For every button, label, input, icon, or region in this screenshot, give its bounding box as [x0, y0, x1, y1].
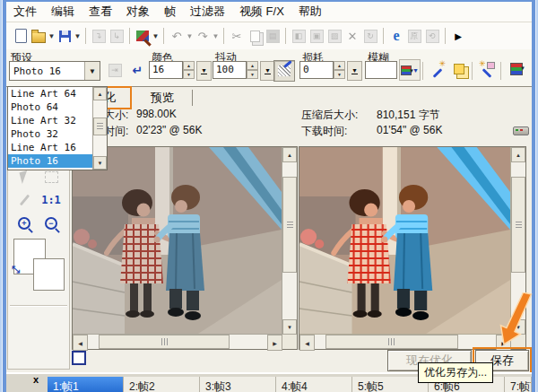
preset-value: Photo 16	[10, 65, 84, 77]
loss-field[interactable]: 0 ▲▼ ▼	[299, 61, 362, 79]
menu-video-fx[interactable]: 视频 F/X	[232, 2, 291, 22]
preview-toggle-icon[interactable]	[72, 351, 86, 365]
preset-list-scrollbar[interactable]: ▲ ▼	[92, 87, 107, 170]
colors-dropdown-icon[interactable]: ▼	[196, 61, 212, 81]
frames-close-button[interactable]: x	[30, 373, 42, 386]
scroll-thumb[interactable]	[511, 177, 525, 273]
optimized-horizontal-scrollbar[interactable]: ◀ ▶	[299, 335, 511, 349]
scroll-thumb[interactable]	[325, 335, 457, 349]
original-preview-image	[73, 147, 282, 335]
tab-preview[interactable]: 预览	[138, 89, 187, 107]
dither-pattern-icon[interactable]	[273, 60, 295, 82]
frame-item-1[interactable]: 1:帧1	[48, 377, 124, 392]
window-border-right	[532, 0, 538, 392]
menu-bar: 文件 编辑 查看 对象 帧 过滤器 视频 F/X 帮助	[6, 2, 532, 22]
preset-combo-arrow-icon[interactable]: ▼	[84, 62, 100, 80]
open-dropdown-icon[interactable]: ▼	[48, 27, 56, 45]
loss-dropdown-icon[interactable]: ▼	[347, 61, 362, 81]
blur-input[interactable]	[365, 61, 397, 79]
copy-icon	[246, 27, 264, 45]
menu-frame[interactable]: 帧	[157, 2, 183, 22]
export-wizard-dropdown-icon[interactable]: ▼	[152, 27, 160, 45]
colors-spin-up-icon[interactable]: ▲	[183, 61, 195, 70]
colors-spinner[interactable]: ▲▼	[183, 61, 195, 79]
preset-option-selected[interactable]: Photo 16	[8, 154, 92, 168]
optimized-time-label: 下载时间:	[301, 124, 347, 139]
scroll-thumb[interactable]	[93, 118, 107, 135]
menu-filters[interactable]: 过滤器	[183, 2, 232, 22]
dither-spinner[interactable]: ▲▼	[247, 61, 258, 79]
background-swatch[interactable]	[33, 258, 65, 291]
dither-value[interactable]: 100	[213, 61, 247, 79]
export-wizard-icon[interactable]	[134, 27, 152, 45]
menu-object[interactable]: 对象	[119, 2, 157, 22]
apply-color-icon[interactable]: ▼	[399, 59, 421, 81]
preset-option[interactable]: Line Art 32	[8, 114, 92, 127]
optimized-vertical-scrollbar[interactable]: ▲ ▼	[511, 147, 525, 335]
frame-item-7[interactable]: 7:帧7	[505, 377, 532, 392]
scroll-up-icon[interactable]: ▲	[511, 147, 525, 162]
scroll-down-icon[interactable]: ▼	[511, 319, 525, 335]
dither-field[interactable]: 100 ▲▼ ▼	[213, 61, 275, 79]
colors-spin-down-icon[interactable]: ▼	[183, 70, 195, 79]
original-vertical-scrollbar[interactable]: ▲ ▼	[282, 147, 297, 335]
frame-item-4[interactable]: 4:帧4	[276, 377, 352, 392]
preview-in-browser-icon[interactable]: e	[387, 27, 405, 45]
zoom-in-tool-icon[interactable]: +	[13, 213, 35, 233]
menu-edit[interactable]: 编辑	[44, 2, 82, 22]
palette-copy-icon[interactable]	[449, 59, 469, 79]
preset-option[interactable]: Photo 32	[8, 127, 92, 141]
open-icon[interactable]	[30, 27, 48, 45]
scroll-left-icon[interactable]: ◀	[299, 335, 315, 351]
undo-dropdown-icon: ▼	[186, 27, 194, 45]
export-icon: ↳	[108, 27, 126, 45]
loss-spinner[interactable]: ▲▼	[334, 61, 345, 79]
colors-value[interactable]: 16	[149, 61, 183, 79]
scroll-left-icon[interactable]: ◀	[73, 335, 88, 351]
scroll-down-icon[interactable]: ▼	[282, 319, 297, 335]
menu-file[interactable]: 文件	[6, 2, 44, 22]
frame-properties-icon: ▣	[308, 27, 325, 45]
preset-option[interactable]: Photo 64	[8, 100, 92, 114]
original-size-value: 998.00K	[136, 108, 177, 120]
scroll-down-icon[interactable]: ▼	[93, 156, 107, 170]
scroll-right-icon[interactable]: ▶	[496, 335, 511, 351]
menu-help[interactable]: 帮助	[291, 2, 329, 22]
palette-sort-icon[interactable]	[507, 59, 526, 79]
zoom-out-tool-icon[interactable]: −	[40, 213, 62, 233]
toolbar-more-icon[interactable]: ▶	[449, 27, 467, 45]
save-icon[interactable]	[56, 27, 74, 45]
redo-icon: ↷	[194, 27, 212, 45]
dither-spin-up-icon[interactable]: ▲	[247, 61, 258, 70]
scroll-up-icon[interactable]: ▲	[93, 87, 107, 100]
revert-preset-icon[interactable]: ↵	[127, 60, 147, 80]
preset-combobox[interactable]: Photo 16 ▼	[9, 61, 100, 81]
scroll-right-icon[interactable]: ▶	[267, 335, 282, 351]
scroll-thumb[interactable]	[99, 335, 230, 349]
frame-item-2[interactable]: 2:帧2	[124, 377, 200, 392]
loss-spin-down-icon[interactable]: ▼	[334, 70, 345, 79]
original-horizontal-scrollbar[interactable]: ◀ ▶	[73, 335, 282, 349]
scroll-thumb[interactable]	[282, 177, 297, 273]
tool-panel: 1:1 + − ⤡	[7, 146, 70, 370]
loss-spin-up-icon[interactable]: ▲	[334, 61, 345, 70]
scroll-up-icon[interactable]: ▲	[282, 147, 297, 162]
optimized-preview-image	[299, 147, 511, 335]
save-dropdown-icon[interactable]: ▼	[74, 27, 82, 45]
slice-icon: ✕	[343, 27, 361, 45]
frame-item-3[interactable]: 3:帧3	[200, 377, 276, 392]
colors-field[interactable]: 16 ▲▼ ▼	[149, 61, 212, 79]
selective-wizard-icon[interactable]	[477, 59, 497, 79]
optimize-wizard-icon[interactable]	[428, 59, 447, 79]
preset-option[interactable]: Line Art 64	[8, 87, 92, 100]
pan-tool-icon[interactable]: ⤡	[12, 264, 20, 275]
actual-size-tool[interactable]: 1:1	[40, 190, 62, 210]
menu-view[interactable]: 查看	[82, 2, 119, 22]
modem-speed-icon[interactable]	[513, 126, 529, 135]
optimize-window: 文件 编辑 查看 对象 帧 过滤器 视频 F/X 帮助 ▼ ▼ ↴ ↳ ▼ ↶ …	[0, 0, 538, 392]
new-file-icon[interactable]	[12, 27, 30, 45]
loss-value[interactable]: 0	[299, 61, 334, 79]
preset-option[interactable]: Line Art 16	[8, 141, 92, 154]
rotate-icon: ↻	[361, 27, 379, 45]
dither-spin-down-icon[interactable]: ▼	[247, 70, 258, 79]
